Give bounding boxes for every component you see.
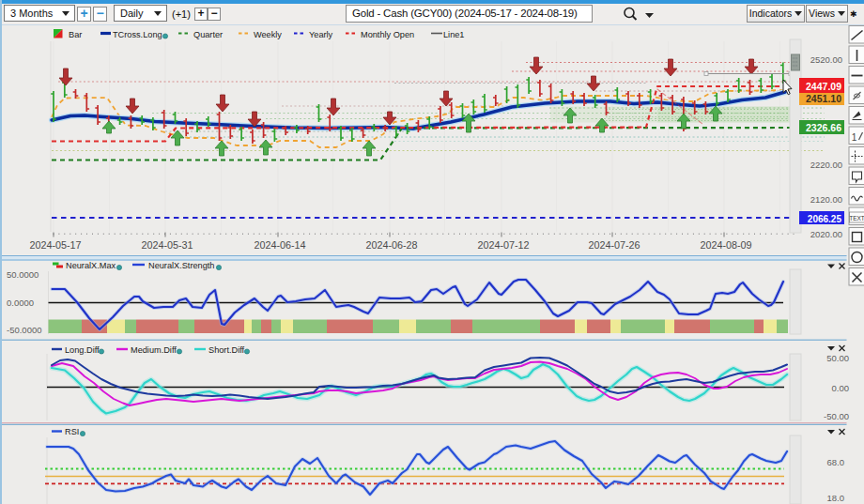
svg-text:2451.10: 2451.10: [806, 93, 841, 104]
svg-text:1: 1: [852, 132, 857, 143]
svg-text:TEXT: TEXT: [849, 215, 864, 221]
svg-text:2024-08-09: 2024-08-09: [700, 239, 751, 251]
svg-text:2447.09: 2447.09: [806, 81, 841, 92]
svg-text:2220.00: 2220.00: [810, 160, 842, 170]
svg-text:68.0: 68.0: [827, 457, 845, 467]
svg-text:2326.66: 2326.66: [806, 122, 841, 133]
svg-text:2520.00: 2520.00: [810, 54, 842, 65]
svg-text:Quarter: Quarter: [193, 30, 223, 39]
svg-text:2024-06-28: 2024-06-28: [365, 239, 417, 251]
svg-text:Short.Diff: Short.Diff: [208, 345, 245, 355]
svg-text:0.00: 0.00: [832, 383, 850, 393]
svg-text:NeuralX.Strength: NeuralX.Strength: [148, 261, 214, 270]
svg-text:Long.Diff: Long.Diff: [65, 345, 100, 355]
svg-text:2024-07-12: 2024-07-12: [477, 239, 529, 251]
svg-text:2120.00: 2120.00: [810, 194, 842, 205]
svg-text:2024-07-26: 2024-07-26: [588, 239, 640, 251]
svg-text:18.0: 18.0: [827, 493, 845, 503]
svg-text:TCross.Long: TCross.Long: [113, 30, 162, 39]
svg-text:RSI: RSI: [65, 427, 79, 436]
svg-text:2024-06-14: 2024-06-14: [254, 239, 305, 251]
svg-text:Medium.Diff: Medium.Diff: [131, 345, 177, 355]
svg-text:50.0000: 50.0000: [7, 269, 39, 280]
svg-text:Yearly: Yearly: [309, 30, 333, 39]
svg-text:Bar: Bar: [69, 30, 82, 39]
svg-text:Monthly Open: Monthly Open: [361, 30, 414, 39]
svg-text:2066.25: 2066.25: [808, 214, 842, 224]
svg-text:2020.00: 2020.00: [810, 229, 842, 239]
svg-text:2024-05-31: 2024-05-31: [141, 239, 193, 251]
svg-text:NeuralX.Max: NeuralX.Max: [66, 261, 116, 270]
svg-text:Weekly: Weekly: [254, 30, 282, 39]
svg-text:2024-05-17: 2024-05-17: [29, 239, 81, 251]
svg-text:50.00: 50.00: [826, 353, 849, 363]
svg-text:-50.0000: -50.0000: [7, 325, 42, 335]
svg-text:-50.00: -50.00: [824, 411, 849, 421]
svg-text:Line1: Line1: [443, 30, 464, 39]
svg-text:0.0000: 0.0000: [7, 298, 34, 308]
